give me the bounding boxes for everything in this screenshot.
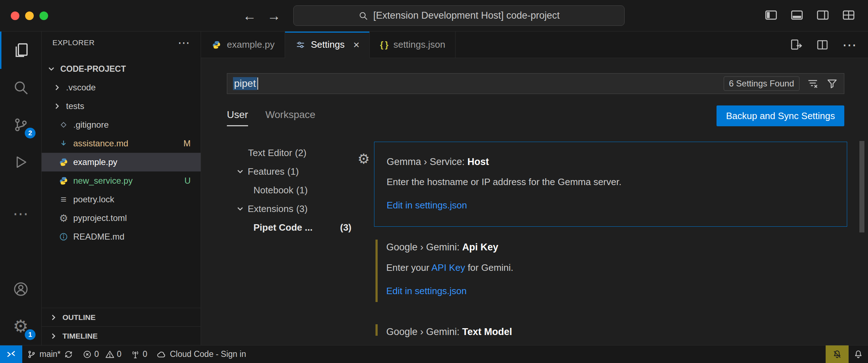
search-value: pipet — [233, 77, 257, 90]
setting-title: Google › Gemini: Text Model — [386, 325, 835, 339]
toc-item-features[interactable]: Features (1) — [201, 162, 374, 181]
backup-sync-settings-button[interactable]: Backup and Sync Settings — [717, 105, 844, 126]
activitybar-run-debug[interactable] — [0, 143, 41, 181]
sidebar-sections: OUTLINE TIMELINE — [42, 308, 201, 345]
setting-item-gemma-service-host[interactable]: Gemma › Service: Host Enter the hostname… — [374, 142, 847, 227]
edit-in-settings-json-link[interactable]: Edit in settings.json — [386, 284, 835, 298]
edit-in-settings-json-link[interactable]: Edit in settings.json — [387, 198, 835, 212]
settings-scope-row: User Workspace Backup and Sync Settings — [227, 104, 844, 126]
minimize-window-button[interactable] — [25, 11, 34, 20]
branch-icon — [27, 350, 36, 359]
toc-item-notebook[interactable]: Notebook (1) — [201, 181, 374, 199]
tree-item-assistance-md[interactable]: assistance.md M — [42, 134, 201, 153]
tree-item-vscode[interactable]: .vscode — [42, 78, 201, 97]
customize-layout-icon[interactable] — [841, 8, 856, 22]
folder-label: tests — [66, 101, 84, 111]
toc-count: (1) — [288, 166, 299, 177]
setting-actions-gear-icon[interactable]: ⚙ — [358, 152, 370, 166]
split-editor-icon[interactable] — [816, 38, 829, 52]
scope-tab-user[interactable]: User — [227, 109, 248, 126]
chevron-down-icon — [47, 64, 56, 74]
file-label: README.md — [73, 232, 125, 242]
maximize-window-button[interactable] — [39, 11, 48, 20]
tree-item-poetry-lock[interactable]: ≡ poetry.lock — [42, 190, 201, 209]
filter-settings-icon[interactable] — [826, 77, 838, 90]
git-branch-status[interactable]: main* — [22, 345, 78, 363]
timeline-section[interactable]: TIMELINE — [42, 326, 201, 345]
ports-status[interactable]: 0 — [126, 345, 152, 363]
api-key-link[interactable]: API Key — [431, 262, 465, 273]
remote-indicator[interactable] — [0, 345, 22, 363]
tree-item-example-py[interactable]: example.py — [42, 153, 201, 171]
activitybar-source-control[interactable]: 2 — [0, 106, 41, 143]
search-icon — [13, 79, 29, 96]
toml-file-icon: ⚙ — [58, 213, 69, 223]
command-center[interactable]: [Extension Development Host] code-projec… — [293, 5, 625, 26]
toc-item-pipet-code[interactable]: Pipet Code ... (3) — [201, 218, 374, 237]
python-file-icon — [58, 175, 69, 186]
vertical-scrollbar[interactable] — [859, 141, 864, 232]
tab-settings-json[interactable]: { } settings.json — [370, 32, 456, 58]
toggle-panel-icon[interactable] — [790, 8, 804, 22]
open-settings-json-icon[interactable] — [789, 38, 803, 52]
python-file-icon — [211, 39, 222, 50]
python-file-icon — [58, 157, 69, 168]
activitybar-accounts[interactable] — [0, 270, 41, 308]
account-icon — [13, 281, 29, 297]
tab-label: example.py — [227, 39, 275, 50]
info-file-icon — [58, 231, 69, 242]
setting-title: Google › Gemini: Api Key — [386, 240, 835, 254]
notifications-status[interactable] — [849, 345, 868, 363]
tree-item-pyproject-toml[interactable]: ⚙ pyproject.toml — [42, 209, 201, 227]
tree-item-gitignore[interactable]: .gitignore — [42, 116, 201, 134]
cloud-code-status[interactable]: Cloud Code - Sign in — [152, 345, 251, 363]
window-title: [Extension Development Host] code-projec… — [373, 10, 560, 21]
activitybar-more[interactable]: ⋯ — [0, 195, 41, 232]
back-button[interactable]: ← — [243, 6, 256, 25]
folder-label: .vscode — [66, 82, 96, 93]
activitybar-settings[interactable]: ⚙ 1 — [0, 308, 41, 345]
scope-tab-workspace[interactable]: Workspace — [265, 109, 316, 126]
do-not-disturb-status[interactable] — [826, 345, 849, 363]
setting-item-gemini-text-model[interactable]: Google › Gemini: Text Model — [374, 321, 847, 339]
setting-description: Enter your API Key for Gemini. — [386, 261, 835, 274]
setting-description: Enter the hostname or IP address for the… — [387, 175, 835, 189]
tab-example-py[interactable]: example.py — [201, 32, 285, 58]
settings-search-input[interactable]: pipet 6 Settings Found — [227, 73, 844, 94]
close-window-button[interactable] — [11, 11, 19, 20]
toggle-secondary-sidebar-icon[interactable] — [816, 8, 830, 22]
editor-actions: ⋯ — [456, 32, 868, 58]
tab-settings[interactable]: Settings × — [285, 32, 370, 58]
chevron-right-icon — [52, 102, 62, 111]
settings-badge: 1 — [25, 329, 36, 340]
tree-item-tests[interactable]: tests — [42, 97, 201, 116]
setting-item-gemini-api-key[interactable]: Google › Gemini: Api Key Enter your API … — [374, 237, 847, 305]
json-file-icon: { } — [380, 40, 388, 50]
outline-section[interactable]: OUTLINE — [42, 308, 201, 326]
cloud-icon — [157, 349, 167, 359]
tree-item-new-service-py[interactable]: new_service.py U — [42, 171, 201, 190]
toc-item-extensions[interactable]: Extensions (3) — [201, 199, 374, 218]
warnings-count: 0 — [117, 349, 122, 359]
chevron-down-icon — [235, 167, 245, 176]
activitybar-search[interactable] — [0, 69, 41, 106]
clear-search-filters-icon[interactable] — [807, 77, 819, 90]
traffic-lights — [11, 11, 48, 20]
errors-icon — [83, 350, 92, 359]
explorer-header: EXPLORER ⋯ — [42, 32, 201, 54]
tree-root[interactable]: CODE-PROJECT — [42, 60, 201, 78]
activitybar-explorer[interactable] — [0, 32, 41, 69]
forward-button[interactable]: → — [267, 6, 281, 25]
status-bar: main* 0 0 0 Cloud Code - Sign i — [0, 345, 868, 363]
problems-status[interactable]: 0 0 — [78, 345, 126, 363]
bell-slash-icon — [832, 349, 842, 359]
toc-label: Features — [248, 166, 285, 177]
settings-list: Gemma › Service: Host Enter the hostname… — [374, 142, 847, 339]
activitybar-bottom: ⚙ 1 — [0, 270, 41, 345]
toc-count: (1) — [296, 185, 308, 196]
toc-item-text-editor[interactable]: Text Editor (2) — [201, 143, 374, 162]
sync-changes-icon[interactable] — [64, 350, 73, 359]
close-tab-icon[interactable]: × — [353, 39, 360, 50]
toggle-sidebar-icon[interactable] — [764, 8, 778, 22]
tree-item-readme-md[interactable]: README.md — [42, 227, 201, 246]
